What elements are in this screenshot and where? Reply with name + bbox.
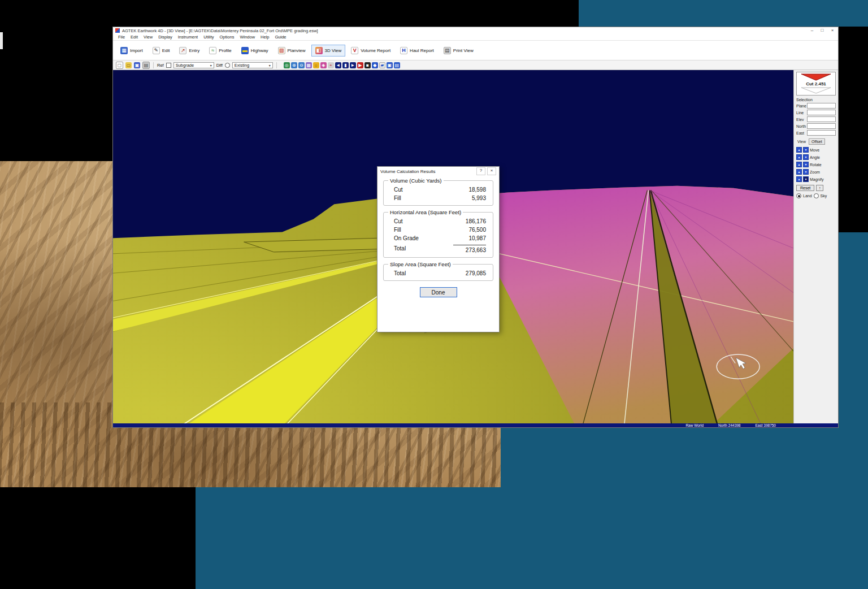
tab-view[interactable]: View bbox=[796, 139, 807, 144]
measure-icon[interactable]: + bbox=[328, 62, 334, 68]
entry-label: Entry bbox=[189, 48, 199, 53]
zoom-in-button[interactable]: ▲ bbox=[796, 169, 802, 175]
tab-offset[interactable]: Offset bbox=[809, 138, 825, 145]
camera-icon[interactable]: ◆ bbox=[372, 62, 378, 68]
dialog-close-button[interactable]: × bbox=[487, 167, 496, 175]
slope-area-group: Slope Area (Square Feet) Total 279,085 bbox=[383, 264, 493, 281]
close-button[interactable]: × bbox=[829, 28, 836, 33]
cut-fill-indicator: Cut 2.451 bbox=[796, 72, 836, 96]
window-titlebar[interactable]: AGTEK Earthwork 4D - [3D View] - [E:\AGT… bbox=[113, 27, 838, 34]
angle-down-button[interactable]: ▼ bbox=[803, 154, 809, 160]
zoom-out-icon[interactable]: ⊖ bbox=[298, 62, 305, 68]
line-label: Line bbox=[796, 111, 806, 115]
plane-input[interactable] bbox=[807, 103, 836, 109]
slope-total-value: 279,085 bbox=[453, 270, 486, 277]
ref-surface-select[interactable]: Subgrade ▾ bbox=[173, 62, 214, 68]
elevation-up-button[interactable]: ↑ bbox=[816, 185, 823, 191]
move-up-button[interactable]: ▲ bbox=[796, 147, 802, 153]
diff-surface-select[interactable]: Existing ▾ bbox=[232, 62, 273, 68]
help-button[interactable]: ? bbox=[476, 167, 485, 175]
highway-button[interactable]: ▬ Highway bbox=[237, 45, 272, 57]
sky-radio[interactable] bbox=[814, 193, 819, 198]
menu-utility[interactable]: Utility bbox=[201, 34, 216, 40]
edit-button[interactable]: ✎ Edit bbox=[149, 45, 174, 57]
profile-icon: ≈ bbox=[209, 47, 216, 54]
reset-button[interactable]: Reset bbox=[796, 185, 814, 191]
open-file-icon[interactable]: ▭ bbox=[125, 62, 132, 68]
move-down-button[interactable]: ▼ bbox=[803, 147, 809, 153]
rotate-up-button[interactable]: ▲ bbox=[796, 162, 802, 167]
zoom-out-button[interactable]: ▼ bbox=[803, 169, 809, 175]
menu-view[interactable]: View bbox=[141, 34, 155, 40]
print-icon[interactable]: ▤ bbox=[142, 62, 150, 69]
viewport-3d[interactable]: Volume Calculation Results ? × Volume (C… bbox=[113, 70, 793, 423]
menu-display[interactable]: Display bbox=[155, 34, 175, 40]
menu-window[interactable]: Window bbox=[237, 34, 258, 40]
menu-instrument[interactable]: Instrument bbox=[175, 34, 201, 40]
shading-icon[interactable]: ◈ bbox=[320, 62, 327, 68]
north-input[interactable] bbox=[807, 123, 836, 129]
rotate-down-button[interactable]: ▼ bbox=[803, 162, 809, 167]
import-button[interactable]: ▦ Import bbox=[116, 45, 147, 57]
planview-button[interactable]: ▧ Planview bbox=[274, 45, 310, 57]
maximize-button[interactable]: □ bbox=[819, 28, 826, 33]
diff-radio[interactable] bbox=[225, 63, 230, 68]
pause-icon[interactable]: ▮ bbox=[342, 62, 349, 68]
land-label: Land bbox=[803, 194, 812, 198]
entry-button[interactable]: ↗ Entry bbox=[175, 45, 203, 57]
zoom-in-icon[interactable]: ⊕ bbox=[291, 62, 297, 68]
done-button[interactable]: Done bbox=[420, 287, 457, 297]
menu-guide[interactable]: Guide bbox=[272, 34, 289, 40]
print-view-icon: ▤ bbox=[444, 47, 451, 54]
angle-up-button[interactable]: ▲ bbox=[796, 154, 802, 160]
horizontal-group-title: Horizontal Area (Square Feet) bbox=[388, 209, 463, 215]
move-label: Move bbox=[810, 148, 819, 152]
window-title: AGTEK Earthwork 4D - [3D View] - [E:\AGT… bbox=[122, 28, 806, 33]
3d-view-button[interactable]: ◧ 3D View bbox=[311, 45, 346, 57]
magnify-up-button[interactable]: ▲ bbox=[796, 176, 802, 182]
edit-label: Edit bbox=[162, 48, 170, 53]
minimize-button[interactable]: – bbox=[809, 28, 815, 33]
settings-icon[interactable]: ▤ bbox=[394, 62, 400, 68]
print-view-label: Print View bbox=[453, 48, 474, 53]
volume-report-label: Volume Report bbox=[361, 48, 390, 53]
view-control-panel: Cut 2.451 Selection Plane Line Elev bbox=[793, 70, 838, 423]
land-radio[interactable] bbox=[796, 193, 801, 198]
east-input[interactable] bbox=[807, 130, 836, 136]
edge-artifact bbox=[0, 32, 3, 49]
sun-icon[interactable]: ☼ bbox=[313, 62, 319, 68]
volume-report-icon: V bbox=[351, 47, 358, 54]
horizontal-total-row: Total 273,663 bbox=[387, 244, 489, 254]
print-view-button[interactable]: ▤ Print View bbox=[440, 45, 478, 57]
play-icon[interactable]: ▶ bbox=[357, 62, 363, 68]
new-file-icon[interactable]: ▢ bbox=[116, 62, 123, 69]
horizontal-cut-value: 186,176 bbox=[453, 218, 486, 225]
horizontal-ongrade-label: On Grade bbox=[394, 235, 419, 242]
menu-edit[interactable]: Edit bbox=[128, 34, 141, 40]
orbit-icon[interactable]: ◎ bbox=[284, 62, 290, 68]
profile-button[interactable]: ≈ Profile bbox=[205, 45, 236, 57]
elev-input[interactable] bbox=[807, 116, 836, 122]
diff-label: Diff bbox=[216, 63, 223, 68]
menu-file[interactable]: File bbox=[115, 34, 128, 40]
ref-checkbox[interactable] bbox=[166, 63, 171, 68]
magnify-down-button[interactable]: ▼ bbox=[803, 176, 809, 182]
line-input[interactable] bbox=[807, 110, 836, 115]
surface-toggle-icon[interactable]: ▰ bbox=[379, 62, 385, 68]
zoom-extents-icon[interactable]: ▦ bbox=[306, 62, 312, 68]
step-forward-icon[interactable]: ► bbox=[350, 62, 356, 68]
haul-report-button[interactable]: H Haul Report bbox=[396, 45, 438, 57]
volume-report-button[interactable]: V Volume Report bbox=[347, 45, 394, 57]
step-back-icon[interactable]: ◄ bbox=[335, 62, 341, 68]
elev-label: Elev bbox=[796, 118, 806, 122]
cut-value-label: Cut 2.451 bbox=[806, 81, 826, 86]
stop-icon[interactable]: ■ bbox=[364, 62, 371, 68]
3d-view-icon: ◧ bbox=[315, 47, 323, 54]
north-field: North bbox=[796, 123, 836, 129]
menu-help[interactable]: Help bbox=[258, 34, 272, 40]
ref-surface-value: Subgrade bbox=[176, 63, 194, 68]
dialog-titlebar[interactable]: Volume Calculation Results ? × bbox=[377, 167, 499, 176]
wireframe-icon[interactable]: ▣ bbox=[387, 62, 393, 68]
save-file-icon[interactable]: ▣ bbox=[134, 62, 140, 68]
menu-options[interactable]: Options bbox=[217, 34, 237, 40]
